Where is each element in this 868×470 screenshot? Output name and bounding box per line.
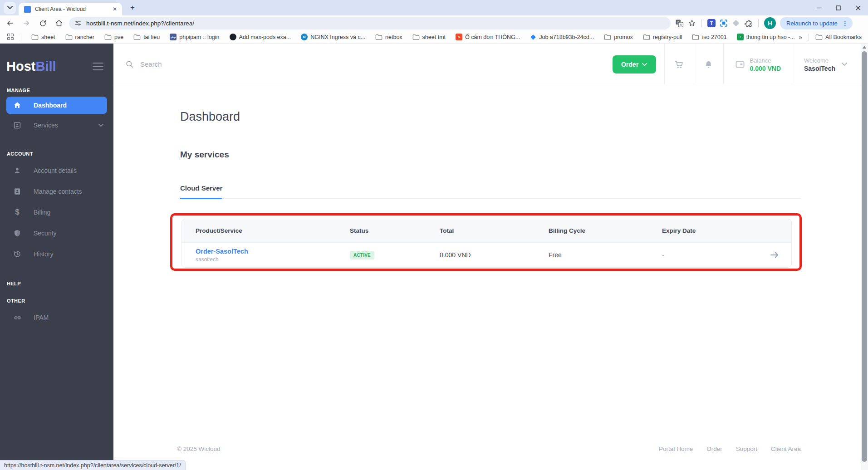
back-button[interactable]: [4, 17, 16, 29]
search-icon: [125, 60, 134, 69]
footer-link-client-area[interactable]: Client Area: [771, 446, 801, 452]
scrollbar-up-arrow[interactable]: [863, 46, 866, 49]
column-total: Total: [440, 227, 549, 234]
sidebar-item-billing[interactable]: $ Billing: [0, 202, 113, 223]
bookmark-item[interactable]: iso 27001: [692, 34, 726, 40]
bookmark-item[interactable]: tai lieu: [133, 34, 160, 40]
bookmark-item[interactable]: NNGINX Ingress và c...: [301, 34, 365, 40]
extension-translator-icon[interactable]: T: [707, 19, 716, 27]
forward-button[interactable]: [20, 17, 33, 29]
bookmark-item[interactable]: netbox: [375, 34, 402, 40]
scrollbar-thumb[interactable]: [862, 51, 867, 462]
bell-icon: [704, 60, 713, 69]
footer-link-portal-home[interactable]: Portal Home: [659, 446, 693, 452]
history-clock-icon: [13, 250, 22, 259]
bookmark-item[interactable]: sheet tmt: [412, 34, 446, 40]
sidebar-item-dashboard[interactable]: Dashboard: [6, 97, 107, 114]
translate-icon[interactable]: GA: [675, 19, 684, 28]
url-text[interactable]: hostbill.t-nsm.net/index.php?/clientarea…: [86, 20, 194, 27]
table-row[interactable]: Order-SasolTech sasoltech ACTIVE 0.000 V…: [182, 243, 791, 267]
folder-icon: [815, 34, 823, 40]
apps-grid-icon[interactable]: [7, 34, 15, 41]
open-service-arrow[interactable]: [763, 251, 791, 259]
bookmarks-overflow-icon[interactable]: »: [799, 34, 802, 41]
all-bookmarks-button[interactable]: All Bookmarks: [815, 34, 862, 40]
bookmark-item[interactable]: rancher: [65, 34, 94, 40]
sidebar-section-account: ACCOUNT: [7, 151, 113, 157]
search-input[interactable]: [140, 60, 276, 68]
column-product-service: Product/Service: [182, 227, 350, 234]
hostbill-logo[interactable]: HostBill: [6, 59, 56, 74]
nginx-icon: N: [301, 34, 308, 40]
balance-widget[interactable]: Balance 0.000 VND: [724, 57, 792, 72]
footer-link-support[interactable]: Support: [736, 446, 757, 452]
extension-disabled-icon[interactable]: [732, 19, 740, 27]
bookmark-item[interactable]: SỔ cắm đơn THÔNG...: [456, 34, 520, 40]
main-content: Order Balance 0.000 VND: [113, 44, 861, 470]
reload-button[interactable]: [36, 17, 49, 29]
tab-cloud-server[interactable]: Cloud Server: [180, 184, 222, 199]
phpipam-icon: php: [170, 34, 177, 40]
sidebar-section-manage: MANAGE: [7, 88, 113, 93]
profile-avatar[interactable]: H: [764, 17, 776, 29]
home-button[interactable]: [53, 17, 65, 29]
person-icon: [13, 166, 22, 175]
site-settings-icon[interactable]: [74, 20, 82, 27]
browser-menu-icon[interactable]: ⋮: [842, 20, 848, 27]
sidebar-item-history[interactable]: History: [0, 244, 113, 264]
sidebar-toggle-icon[interactable]: [93, 63, 103, 71]
chevron-down-icon: [642, 63, 647, 66]
folder-icon: [31, 34, 39, 40]
sidebar-item-ipam[interactable]: IPAM: [0, 307, 113, 328]
window-controls: [808, 0, 868, 15]
address-bar[interactable]: hostbill.t-nsm.net/index.php?/clientarea…: [69, 17, 671, 29]
bookmark-item[interactable]: +thong tin up hso -...: [737, 34, 795, 40]
new-tab-button[interactable]: +: [127, 2, 138, 14]
bookmarks-separator: [21, 34, 21, 41]
order-button[interactable]: Order: [613, 55, 656, 73]
relaunch-to-update-button[interactable]: Relaunch to update ⋮: [780, 17, 853, 29]
sidebar-item-services[interactable]: Services: [0, 115, 113, 136]
toolbar-right: GA T H Relaunch to update ⋮: [675, 17, 853, 29]
footer-link-order[interactable]: Order: [706, 446, 722, 452]
google-sheets-icon: +: [737, 34, 744, 40]
relaunch-label: Relaunch to update: [786, 20, 838, 27]
service-subtitle: sasoltech: [196, 256, 350, 263]
service-expiry: -: [662, 251, 763, 259]
bookmark-star-icon[interactable]: [688, 19, 696, 27]
bookmark-item[interactable]: promox: [604, 34, 633, 40]
browser-tab[interactable]: Client Area - Wicloud ✕: [19, 3, 122, 15]
sidebar-section-help: HELP: [7, 281, 113, 286]
svg-text:A: A: [680, 23, 682, 27]
welcome-label: Welcome: [804, 57, 835, 64]
bookmark-item[interactable]: Job a718b93b-24cd...: [530, 34, 594, 40]
bookmarks-bar: sheet rancher pve tai lieu phpphpipam ::…: [0, 31, 868, 44]
sidebar-item-account-details[interactable]: Account details: [0, 160, 113, 181]
user-menu[interactable]: Welcome SasolTech: [792, 57, 861, 72]
bookmark-item[interactable]: pve: [104, 34, 123, 40]
status-badge: ACTIVE: [350, 251, 374, 259]
bookmark-item[interactable]: sheet: [31, 34, 55, 40]
service-link[interactable]: Order-SasolTech: [196, 248, 248, 255]
tab-search-button[interactable]: [4, 2, 16, 14]
bookmark-item[interactable]: phpphpipam :: login: [170, 34, 219, 40]
maximize-button[interactable]: [828, 0, 848, 15]
extension-screenshot-icon[interactable]: [720, 19, 728, 27]
extensions-puzzle-icon[interactable]: [744, 19, 753, 28]
close-window-button[interactable]: [848, 0, 868, 15]
tab-close-icon[interactable]: ✕: [111, 5, 118, 13]
page-scrollbar[interactable]: [861, 44, 868, 470]
notifications-button[interactable]: [694, 60, 723, 69]
folder-icon: [375, 34, 383, 40]
bookmark-item[interactable]: Add max-pods exa...: [230, 34, 291, 40]
bookmark-item[interactable]: registry-pull: [643, 34, 682, 40]
column-billing-cycle: Billing Cycle: [549, 227, 662, 234]
browser-toolbar: hostbill.t-nsm.net/index.php?/clientarea…: [0, 15, 868, 31]
cart-icon: [674, 59, 684, 69]
toolbar-separator: [701, 19, 702, 27]
sidebar-item-security[interactable]: Security: [0, 223, 113, 244]
cart-button[interactable]: [665, 59, 694, 69]
service-billing-cycle: Free: [549, 251, 662, 259]
minimize-button[interactable]: [808, 0, 828, 15]
sidebar-item-manage-contacts[interactable]: Manage contacts: [0, 181, 113, 202]
